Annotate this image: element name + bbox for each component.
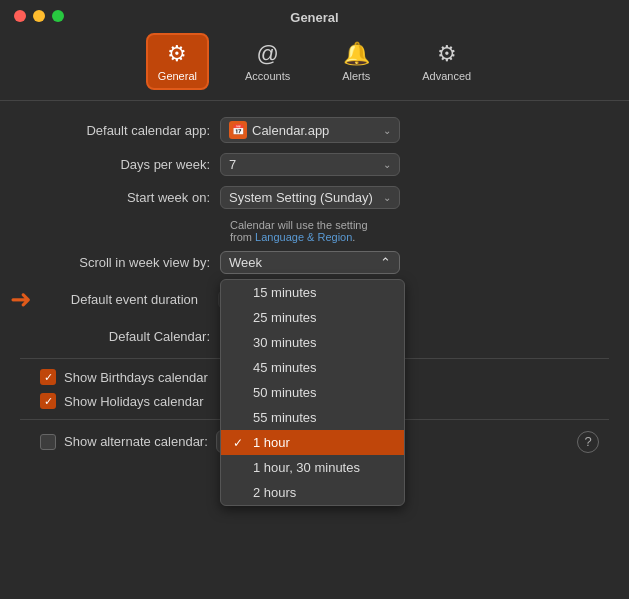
alternate-calendar-checkbox[interactable] xyxy=(40,434,56,450)
arrow-right-icon: ➜ xyxy=(10,284,32,315)
maximize-button[interactable] xyxy=(52,10,64,22)
start-week-select[interactable]: System Setting (Sunday) ⌄ xyxy=(220,186,400,209)
chevron-down-icon: ⌄ xyxy=(383,159,391,170)
toolbar-label-general: General xyxy=(158,70,197,82)
days-per-week-select[interactable]: 7 ⌄ xyxy=(220,153,400,176)
calendar-app-icon: 📅 xyxy=(229,121,247,139)
dropdown-item-45min[interactable]: 45 minutes xyxy=(221,355,404,380)
dropdown-item-25min[interactable]: 25 minutes xyxy=(221,305,404,330)
language-region-link[interactable]: Language & Region xyxy=(255,231,352,243)
default-calendar-row: Default calendar app: 📅 Calendar.app ⌄ xyxy=(20,117,609,143)
scroll-dropdown-menu: 15 minutes 25 minutes 30 minutes 45 minu… xyxy=(220,279,405,506)
gear-icon: ⚙ xyxy=(167,41,187,67)
start-week-value: System Setting (Sunday) xyxy=(229,190,373,205)
toolbar-label-advanced: Advanced xyxy=(422,70,471,82)
dropdown-item-15min[interactable]: 15 minutes xyxy=(221,280,404,305)
content-area: Default calendar app: 📅 Calendar.app ⌄ D… xyxy=(0,101,629,469)
close-button[interactable] xyxy=(14,10,26,22)
window-title: General xyxy=(0,0,629,29)
alternate-calendar-label: Show alternate calendar: xyxy=(64,434,208,449)
minimize-button[interactable] xyxy=(33,10,45,22)
dropdown-item-2hours[interactable]: 2 hours xyxy=(221,480,404,505)
check-selected-icon: ✓ xyxy=(233,436,247,450)
advanced-icon: ⚙ xyxy=(437,41,457,67)
default-event-label: Default event duration xyxy=(38,292,208,307)
default-calendar-app-select[interactable]: 📅 Calendar.app ⌄ xyxy=(220,117,400,143)
toolbar-item-accounts[interactable]: @ Accounts xyxy=(233,33,302,90)
accounts-icon: @ xyxy=(256,41,278,67)
days-per-week-value: 7 xyxy=(229,157,236,172)
scroll-week-value: Week xyxy=(229,255,262,270)
chevron-down-icon: ⌄ xyxy=(383,192,391,203)
dropdown-item-1hour[interactable]: ✓ 1 hour xyxy=(221,430,404,455)
calendar-icon: 📅 Calendar.app xyxy=(229,121,329,139)
holidays-label: Show Holidays calendar xyxy=(64,394,203,409)
help-button[interactable]: ? xyxy=(577,431,599,453)
bell-icon: 🔔 xyxy=(343,41,370,67)
holidays-checkbox[interactable] xyxy=(40,393,56,409)
toolbar-item-general[interactable]: ⚙ General xyxy=(146,33,209,90)
scroll-week-label: Scroll in week view by: xyxy=(20,255,220,270)
dropdown-item-30min[interactable]: 30 minutes xyxy=(221,330,404,355)
chevron-up-icon: ⌃ xyxy=(380,255,391,270)
default-calendar-app-label: Default calendar app: xyxy=(20,123,220,138)
toolbar-item-alerts[interactable]: 🔔 Alerts xyxy=(326,33,386,90)
toolbar: ⚙ General @ Accounts 🔔 Alerts ⚙ Advanced xyxy=(0,29,629,101)
start-week-label: Start week on: xyxy=(20,190,220,205)
days-per-week-row: Days per week: 7 ⌄ xyxy=(20,153,609,176)
scroll-week-row: Scroll in week view by: Week ⌃ 15 minute… xyxy=(20,251,609,274)
start-week-row: Start week on: System Setting (Sunday) ⌄ xyxy=(20,186,609,209)
dropdown-item-55min[interactable]: 55 minutes xyxy=(221,405,404,430)
dropdown-item-1hour30min[interactable]: 1 hour, 30 minutes xyxy=(221,455,404,480)
chevron-down-icon: ⌄ xyxy=(383,125,391,136)
scroll-dropdown-container: Week ⌃ 15 minutes 25 minutes 30 minutes xyxy=(220,251,400,274)
scroll-week-select[interactable]: Week ⌃ xyxy=(220,251,400,274)
toolbar-label-alerts: Alerts xyxy=(342,70,370,82)
hint-text: Calendar will use the setting from Langu… xyxy=(230,219,480,243)
birthdays-checkbox[interactable] xyxy=(40,369,56,385)
toolbar-label-accounts: Accounts xyxy=(245,70,290,82)
dropdown-item-50min[interactable]: 50 minutes xyxy=(221,380,404,405)
days-per-week-label: Days per week: xyxy=(20,157,220,172)
default-calendar-label: Default Calendar: xyxy=(20,329,220,344)
birthdays-label: Show Birthdays calendar xyxy=(64,370,208,385)
toolbar-item-advanced[interactable]: ⚙ Advanced xyxy=(410,33,483,90)
